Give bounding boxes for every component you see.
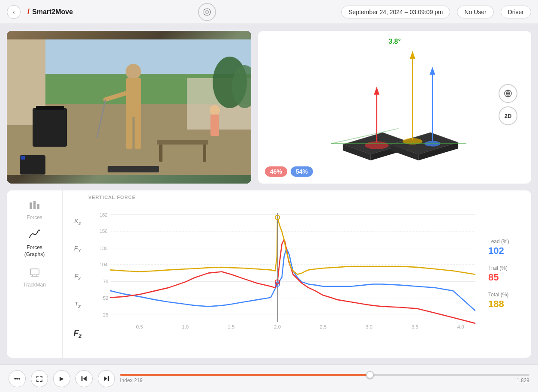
gear-button[interactable]: [198, 3, 216, 21]
svg-text:3.5: 3.5: [412, 324, 418, 329]
svg-rect-12: [135, 115, 141, 149]
svg-text:26: 26: [103, 312, 108, 317]
svg-text:104: 104: [99, 262, 108, 267]
svg-rect-6: [33, 108, 67, 147]
sidebar-forces-label: Forces: [27, 214, 42, 220]
legend-lead-label: Lead (%): [488, 238, 523, 244]
svg-rect-21: [159, 145, 162, 162]
svg-text:1.5: 1.5: [228, 324, 234, 329]
rotate-button[interactable]: [499, 84, 517, 103]
svg-point-1: [204, 9, 210, 15]
axis-fx: Fx: [75, 273, 81, 281]
legend-trail-label: Trail (%): [488, 265, 523, 271]
sidebar-trackman-label: TrackMan: [23, 282, 46, 288]
progress-fill: [120, 374, 370, 376]
sidebar: Forces Forces(Graphs) TrackMan: [7, 190, 63, 358]
svg-marker-36: [410, 51, 415, 59]
control-buttons: 2D: [499, 84, 517, 125]
svg-marker-30: [374, 87, 379, 95]
sidebar-item-trackman[interactable]: TrackMan: [23, 266, 46, 288]
progress-thumb[interactable]: [366, 371, 374, 379]
2d-label: 2D: [505, 113, 512, 119]
svg-rect-22: [203, 145, 206, 162]
svg-text:4.0: 4.0: [457, 324, 464, 329]
legend-total-value: 188: [488, 299, 523, 310]
legend-lead: Lead (%) 102: [488, 238, 523, 256]
no-user-button[interactable]: No User: [457, 6, 493, 18]
progress-container[interactable]: Index 219 1.829: [120, 374, 529, 383]
progress-track[interactable]: [120, 374, 529, 376]
svg-marker-79: [104, 376, 107, 381]
fullscreen-button[interactable]: [31, 370, 48, 387]
svg-marker-77: [83, 376, 87, 381]
legend-panel: Lead (%) 102 Trail (%) 85 Total (%) 188: [480, 190, 531, 358]
header: ‹ / Smart2Move September 24, 2024 – 03:0…: [0, 0, 538, 24]
svg-text:52: 52: [103, 296, 108, 301]
angle-label: 3.8°: [265, 38, 524, 45]
legend-total: Total (%) 188: [488, 292, 523, 310]
svg-point-43: [507, 93, 509, 94]
svg-text:3.0: 3.0: [366, 324, 373, 329]
svg-rect-78: [81, 376, 83, 381]
svg-rect-7: [36, 106, 64, 110]
2d-button[interactable]: 2D: [499, 106, 517, 125]
chart-title: VERTICAL FORCE: [88, 195, 475, 200]
svg-text:1.0: 1.0: [182, 324, 189, 329]
chart-svg: 182 156 130 104 78 52 26 0.5 1.0 1.5 2.0: [88, 202, 475, 353]
playback-bar: ••• ▶ Index 219 1.829: [0, 365, 538, 392]
video-placeholder: [7, 31, 251, 184]
sidebar-item-forces[interactable]: Forces: [27, 199, 42, 220]
lead-badge: 46%: [265, 166, 287, 177]
svg-rect-46: [37, 204, 39, 209]
forces-graphs-icon: [29, 229, 41, 242]
legend-trail-value: 85: [488, 272, 523, 283]
svg-rect-11: [126, 115, 132, 149]
next-button[interactable]: [98, 370, 115, 387]
back-button[interactable]: ‹: [7, 5, 21, 19]
trail-badge: 54%: [291, 166, 313, 177]
progress-labels: Index 219 1.829: [120, 377, 529, 383]
header-center: [80, 3, 334, 21]
svg-text:0.5: 0.5: [136, 324, 143, 329]
svg-rect-10: [126, 78, 141, 117]
svg-text:182: 182: [99, 212, 108, 217]
axis-tz: Tz: [75, 301, 81, 309]
prev-button[interactable]: [75, 370, 93, 387]
logo: / Smart2Move: [27, 7, 73, 16]
boards-container: 2D: [265, 49, 524, 160]
play-button[interactable]: ▶: [53, 370, 70, 387]
svg-rect-44: [30, 202, 32, 209]
logo-text: Smart2Move: [32, 8, 73, 16]
axis-fy: FY: [74, 245, 81, 253]
boards-svg: [265, 49, 524, 160]
chart-area: VERTICAL FORCE 182 156 130 104 78 52 26: [88, 190, 480, 358]
svg-point-9: [126, 64, 141, 79]
svg-text:78: 78: [103, 279, 108, 284]
forces-icon: [29, 199, 41, 212]
svg-rect-20: [157, 140, 208, 145]
time-value: 1.829: [517, 377, 529, 383]
more-button[interactable]: •••: [9, 370, 26, 387]
percentage-badges: 46% 54%: [265, 166, 313, 177]
svg-rect-47: [30, 269, 39, 275]
driver-button[interactable]: Driver: [501, 6, 531, 18]
svg-text:2.0: 2.0: [274, 324, 281, 329]
video-scene: [7, 31, 251, 184]
legend-total-label: Total (%): [488, 292, 523, 298]
axis-labels: Ks FY Fx Tz Fz: [63, 190, 88, 358]
sidebar-item-forces-graphs[interactable]: Forces(Graphs): [24, 229, 45, 258]
datetime-badge: September 24, 2024 – 03:09:09 pm: [341, 6, 450, 18]
svg-point-0: [206, 11, 208, 13]
legend-trail: Trail (%) 85: [488, 265, 523, 283]
svg-rect-17: [210, 115, 219, 136]
bottom-panel: Forces Forces(Graphs) TrackMan: [7, 190, 531, 358]
svg-rect-45: [33, 201, 36, 209]
legend-lead-value: 102: [488, 245, 523, 256]
svg-rect-80: [108, 376, 109, 381]
svg-marker-39: [430, 67, 435, 75]
svg-text:2.5: 2.5: [320, 324, 327, 329]
main-content: 3.8°: [0, 24, 538, 190]
axis-fz: Fz: [73, 328, 81, 339]
trackman-icon: [29, 266, 41, 279]
index-label: Index 219: [120, 377, 143, 383]
